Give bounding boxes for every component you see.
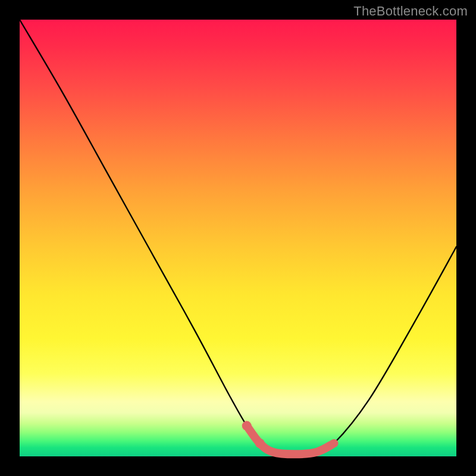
highlight-dot-a xyxy=(242,421,252,431)
highlight-dot-b xyxy=(255,439,265,448)
watermark-text: TheBottleneck.com xyxy=(353,4,468,19)
plot-area xyxy=(20,20,456,456)
curve-layer xyxy=(20,20,456,456)
bottleneck-curve xyxy=(20,20,456,454)
chart-frame: TheBottleneck.com xyxy=(0,0,476,476)
